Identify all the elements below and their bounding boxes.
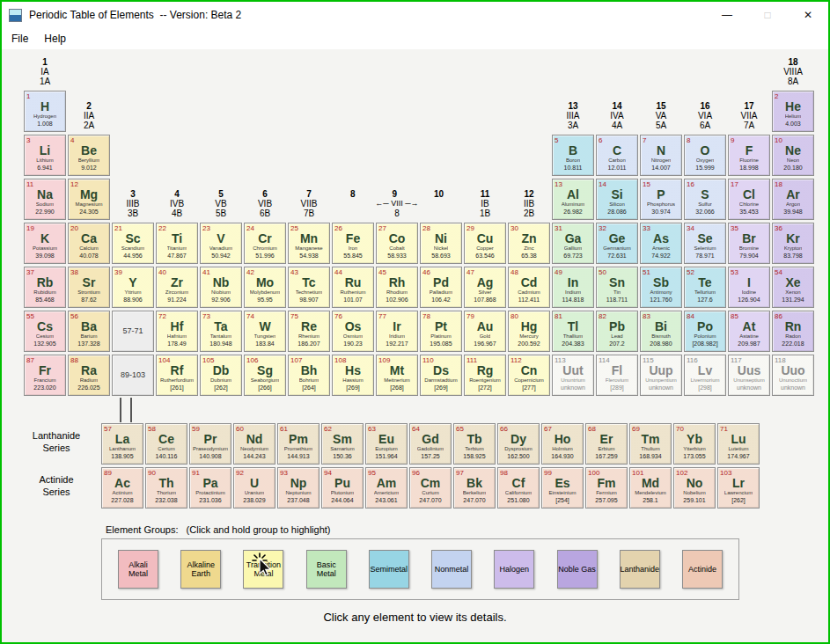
close-button[interactable]: ✕: [788, 2, 828, 28]
element-Db[interactable]: 105DbDubnium[262]: [200, 355, 242, 396]
element-Ac[interactable]: 89AcActinium227.028: [101, 467, 143, 509]
element-Te[interactable]: 52TeTellurium127.6: [684, 267, 726, 308]
element-Cs[interactable]: 55CsCesium132.905: [24, 311, 66, 352]
element-Er[interactable]: 68ErErbium167.259: [585, 423, 628, 465]
element-Mo[interactable]: 42MoMolybdenum95.95: [244, 267, 286, 308]
element-Tl[interactable]: 81TlThallium204.383: [552, 311, 594, 352]
group-button-halogen[interactable]: Halogen: [494, 550, 534, 589]
group-button-nonmetal[interactable]: Nonmetal: [431, 550, 472, 589]
element-N[interactable]: 7NNitrogen14.007: [640, 135, 682, 176]
element-Pd[interactable]: 46PdPalladium106.42: [420, 267, 462, 308]
element-He[interactable]: 2HeHelium4.003: [772, 91, 814, 132]
element-Tm[interactable]: 69TmThulium168.934: [629, 423, 672, 465]
element-Uup[interactable]: 115UupUnunpentiumunknown: [640, 355, 682, 396]
element-Uut[interactable]: 113UutUnuntriumunknown: [552, 355, 594, 396]
element-Hg[interactable]: 80HgMercury200.592: [508, 311, 550, 352]
element-Tc[interactable]: 43TcTechnetium98.907: [288, 267, 330, 308]
element-Sb[interactable]: 51SbAntimony121.760: [640, 267, 682, 308]
element-At[interactable]: 85AtAstatine209.987: [728, 311, 770, 352]
element-Sm[interactable]: 62SmSamarium150.36: [321, 423, 364, 465]
element-Cf[interactable]: 98CfCalifornium251.080: [497, 467, 540, 509]
group-button-basic[interactable]: Basic Metal: [306, 550, 347, 589]
element-Se[interactable]: 34SeSelenium78.971: [684, 223, 726, 264]
element-Cr[interactable]: 24CrChromium51.996: [244, 223, 286, 264]
element-Rb[interactable]: 37RbRubidium85.468: [24, 267, 66, 308]
element-Cu[interactable]: 29CuCopper63.546: [464, 223, 506, 264]
element-W[interactable]: 74WTungsten183.84: [244, 311, 286, 352]
element-Lu[interactable]: 71LuLutetium174.967: [717, 423, 760, 465]
element-Ho[interactable]: 67HoHolmium164.930: [541, 423, 584, 465]
element-Os[interactable]: 76OsOsmium190.23: [332, 311, 374, 352]
minimize-button[interactable]: —: [707, 2, 747, 28]
group-button-alkali[interactable]: Alkali Metal: [118, 550, 158, 589]
element-Bh[interactable]: 107BhBohrium[264]: [288, 355, 330, 396]
element-Fl[interactable]: 114FlFlerovium[289]: [596, 355, 638, 396]
element-Yb[interactable]: 70YbYtterbium173.055: [673, 423, 716, 465]
element-Sr[interactable]: 38SrStrontium87.62: [68, 267, 110, 308]
element-In[interactable]: 49InIndium114.818: [552, 267, 594, 308]
element-Pt[interactable]: 78PtPlatinum195.085: [420, 311, 462, 352]
element-Ni[interactable]: 28NiNickel58.693: [420, 223, 462, 264]
element-K[interactable]: 19KPotassium39.098: [24, 223, 66, 264]
element-V[interactable]: 23VVanadium50.942: [200, 223, 242, 264]
element-Cd[interactable]: 48CdCadmium112.411: [508, 267, 550, 308]
element-Cn[interactable]: 112CnCopernicium[277]: [508, 355, 550, 396]
element-Ba[interactable]: 56BaBarium137.328: [68, 311, 110, 352]
element-Cl[interactable]: 17ClChlorine35.453: [728, 179, 770, 220]
element-Dy[interactable]: 66DyDysprosium162.500: [497, 423, 540, 465]
element-Ca[interactable]: 20CaCalcium40.078: [68, 223, 110, 264]
element-Co[interactable]: 27CoCobalt58.933: [376, 223, 418, 264]
element-I[interactable]: 53IIodine126.904: [728, 267, 770, 308]
element-Zr[interactable]: 40ZrZirconium91.224: [156, 267, 198, 308]
group-button-lanthanide[interactable]: Lanthanide: [620, 550, 660, 589]
menu-help[interactable]: Help: [36, 30, 74, 48]
element-Ar[interactable]: 18ArArgon39.948: [772, 179, 814, 220]
element-P[interactable]: 15PPhosphorus30.974: [640, 179, 682, 220]
element-Kr[interactable]: 36KrKrypton83.798: [772, 223, 814, 264]
element-Sc[interactable]: 21ScScandium44.956: [112, 223, 154, 264]
group-button-transition[interactable]: Transition Metal: [243, 550, 283, 589]
element-Sg[interactable]: 106SgSeaborgium[266]: [244, 355, 286, 396]
element-Fm[interactable]: 100FmFermium257.095: [585, 467, 628, 509]
element-Bi[interactable]: 83BiBismuth208.980: [640, 311, 682, 352]
element-Mt[interactable]: 109MtMeitnerium[268]: [376, 355, 418, 396]
element-Ds[interactable]: 110DsDarmstadtium[269]: [420, 355, 462, 396]
element-Si[interactable]: 14SiSilicon28.086: [596, 179, 638, 220]
element-Ta[interactable]: 73TaTantalum180.948: [200, 311, 242, 352]
element-Br[interactable]: 35BrBromine79.904: [728, 223, 770, 264]
element-Ga[interactable]: 31GaGallium69.723: [552, 223, 594, 264]
element-Es[interactable]: 99EsEinsteinium[254]: [541, 467, 584, 509]
group-button-noble[interactable]: Noble Gas: [557, 550, 598, 589]
element-O[interactable]: 8OOxygen15.999: [684, 135, 726, 176]
element-C[interactable]: 6CCarbon12.011: [596, 135, 638, 176]
element-Lv[interactable]: 116LvLivermorium[298]: [684, 355, 726, 396]
element-Pm[interactable]: 61PmPromethium144.913: [277, 423, 320, 465]
element-Xe[interactable]: 54XeXenon131.294: [772, 267, 814, 308]
element-Zn[interactable]: 30ZnZinc65.38: [508, 223, 550, 264]
element-Ne[interactable]: 10NeNeon20.180: [772, 135, 814, 176]
group-button-actinide[interactable]: Actinide: [682, 550, 723, 589]
element-Cm[interactable]: 96CmCurium247.070: [409, 467, 452, 509]
element-Ir[interactable]: 77IrIridium192.217: [376, 311, 418, 352]
element-Mg[interactable]: 12MgMagnesium24.305: [68, 179, 110, 220]
element-B[interactable]: 5BBoron10.811: [552, 135, 594, 176]
element-Nb[interactable]: 41NbNiobium92.906: [200, 267, 242, 308]
element-Nd[interactable]: 60NdNeodymium144.243: [233, 423, 275, 465]
element-Ti[interactable]: 22TiTitanium47.867: [156, 223, 198, 264]
element-Pr[interactable]: 59PrPraseodymium140.908: [189, 423, 231, 465]
element-Bk[interactable]: 97BkBerkelium247.070: [453, 467, 496, 509]
element-S[interactable]: 16SSulfur32.066: [684, 179, 726, 220]
element-Uus[interactable]: 117UusUnunseptiumunknown: [728, 355, 770, 396]
element-Fr[interactable]: 87FrFrancium223.020: [24, 355, 66, 396]
element-Sn[interactable]: 50SnTin118.711: [596, 267, 638, 308]
element-No[interactable]: 102NoNobelium259.101: [673, 467, 716, 509]
element-As[interactable]: 33AsArsenic74.922: [640, 223, 682, 264]
element-Th[interactable]: 90ThThorium232.038: [145, 467, 187, 509]
element-La[interactable]: 57LaLanthanum138.905: [101, 423, 143, 465]
group-button-alkaline[interactable]: Alkaline Earth: [180, 550, 221, 589]
element-Hf[interactable]: 72HfHafnium178.49: [156, 311, 198, 352]
element-Hs[interactable]: 108HsHassium[269]: [332, 355, 374, 396]
element-Be[interactable]: 4BeBeryllium9.012: [68, 135, 110, 176]
element-Mn[interactable]: 25MnManganese54.938: [288, 223, 330, 264]
element-F[interactable]: 9FFluorine18.998: [728, 135, 770, 176]
